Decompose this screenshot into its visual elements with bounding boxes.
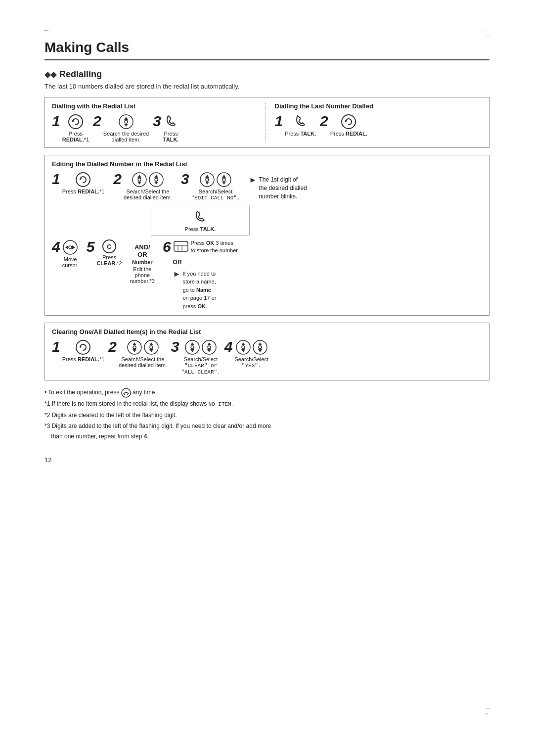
edit-step-1: 1 Press REDIAL.*1 xyxy=(52,172,104,194)
clear-step-4-label: Search/Select"YES". xyxy=(234,356,268,369)
store-name-text: If you need tostore a name,go to Nameon … xyxy=(182,270,216,311)
svg-marker-54 xyxy=(241,349,245,352)
svg-marker-50 xyxy=(207,349,211,352)
blink-note: ► The 1st digit ofthe desired diallednum… xyxy=(249,176,307,200)
notes-list: To exit the operation, press any time. *… xyxy=(44,387,490,441)
nav-icon-edit-2a xyxy=(132,172,147,188)
edit-step-content-3: Search/Select"EDIT CALL NO". xyxy=(191,172,240,201)
svg-marker-27 xyxy=(65,245,68,249)
arrow-icon: ► xyxy=(249,176,257,185)
edit-step-num-5: 5 xyxy=(87,239,95,254)
nav-icon-clear-2b xyxy=(143,339,159,355)
svg-rect-30 xyxy=(174,241,188,251)
note-3: *3 Digits are added to the left of the f… xyxy=(44,421,490,441)
svg-marker-58 xyxy=(258,349,262,352)
svg-marker-37 xyxy=(133,342,136,345)
ok-button-icon xyxy=(173,239,189,253)
clear-step-1: 1 Press REDIAL.*1 xyxy=(52,339,104,362)
press-talk-row: Press TALK. xyxy=(151,206,482,236)
svg-point-43 xyxy=(150,346,153,349)
clear-step-num-3: 3 xyxy=(171,339,179,354)
dialling-last-col: Dialling the Last Number Dialled 1 Press… xyxy=(266,102,483,142)
svg-point-17 xyxy=(155,178,158,181)
svg-marker-19 xyxy=(205,175,209,178)
redial-icon-1 xyxy=(68,114,84,130)
svg-marker-28 xyxy=(72,245,75,249)
edit-step-4-label: Movecursor. xyxy=(62,256,79,268)
talk-icon-edit-press xyxy=(193,209,207,225)
svg-marker-53 xyxy=(241,342,245,345)
step-content-2: Search the desireddialled item. xyxy=(103,114,149,142)
step-2-redial: 2 Search the desireddialled item. xyxy=(93,114,149,142)
redial-icon-last-2 xyxy=(341,114,356,130)
nav-icon-clear-3b xyxy=(201,339,217,355)
clear-step-2: 2 xyxy=(108,339,167,368)
edit-step-content-5: C PressCLEAR.*2 xyxy=(96,239,122,266)
clear-step-2-label: Search/Select thedesired dialled item. xyxy=(119,356,167,368)
note-1: *1 If there is no item stored in the red… xyxy=(44,399,490,409)
section-redialling-title: ◆◆ Redialling xyxy=(44,69,490,80)
dialling-redial-col: Dialling with the Redial List 1 xyxy=(52,102,266,142)
last-step-num-2: 2 xyxy=(320,114,328,129)
edit-the-label: Edit thephonenumber.*3 xyxy=(130,266,155,284)
step-2-label: Search the desireddialled item. xyxy=(103,131,149,142)
editing-box: Editing the Dialled Number in the Redial… xyxy=(44,155,490,316)
editing-heading: Editing the Dialled Number in the Redial… xyxy=(52,160,482,168)
svg-marker-15 xyxy=(154,175,158,178)
svg-point-47 xyxy=(191,346,194,349)
last-step-num-1: 1 xyxy=(275,114,283,129)
svg-marker-3 xyxy=(124,117,128,120)
svg-point-62 xyxy=(127,394,128,395)
page-title: Making Calls xyxy=(44,40,490,60)
nav-icon-edit-3b xyxy=(216,172,232,188)
store-name-row: ► If you need tostore a name,go to Nameo… xyxy=(173,270,239,311)
number-label: Number xyxy=(132,259,153,265)
svg-point-51 xyxy=(208,346,211,349)
svg-point-13 xyxy=(138,178,141,181)
svg-point-61 xyxy=(124,394,125,395)
step-1-label: PressREDIAL.*1 xyxy=(62,131,89,142)
svg-marker-38 xyxy=(133,349,136,352)
svg-point-34 xyxy=(76,340,90,354)
edit-step-num-4: 4 xyxy=(52,239,60,254)
nav-icon-2 xyxy=(118,114,134,130)
step-num-3: 3 xyxy=(153,114,161,129)
redial-icon-edit-1 xyxy=(75,172,91,188)
clear-step-num-2: 2 xyxy=(108,339,117,354)
clear-step-content-4: Search/Select"YES". xyxy=(234,339,268,369)
svg-point-25 xyxy=(222,178,225,181)
clearing-box: Clearing One/All Dialled Item(s) in the … xyxy=(44,323,490,380)
clear-step-content-3: Search/Select"CLEAR" or"ALL CLEAR". xyxy=(181,339,221,375)
step-num-1: 1 xyxy=(52,114,60,129)
edit-step-num-2: 2 xyxy=(113,172,122,187)
edit-step-num-1: 1 xyxy=(52,172,60,187)
corner-mark-tr: ⌐— xyxy=(486,27,490,38)
ok-store-row: Press OK 3 timesto store the number. xyxy=(173,239,239,255)
step-content-3: PressTALK. xyxy=(163,114,179,142)
nav-icon-edit-4 xyxy=(62,239,78,255)
edit-step-content-4: Movecursor. xyxy=(62,239,79,268)
dialling-last-heading: Dialling the Last Number Dialled xyxy=(275,102,483,110)
svg-marker-20 xyxy=(205,182,209,185)
diamonds-icon: ◆◆ xyxy=(44,70,56,79)
svg-marker-57 xyxy=(258,342,262,345)
clear-step-num-4: 4 xyxy=(224,339,233,354)
svg-marker-46 xyxy=(190,349,194,352)
edit-step-4: 4 Movecursor. xyxy=(52,239,79,268)
arrow-icon-2: ► xyxy=(173,270,181,279)
step-content-1: PressREDIAL.*1 xyxy=(62,114,89,142)
edit-step-3-label: Search/Select"EDIT CALL NO". xyxy=(191,189,240,201)
svg-marker-4 xyxy=(124,124,128,127)
svg-marker-41 xyxy=(149,342,153,345)
svg-marker-23 xyxy=(222,175,226,178)
edit-step-content-1: Press REDIAL.*1 xyxy=(62,172,105,194)
svg-marker-45 xyxy=(190,342,194,345)
clearing-heading: Clearing One/All Dialled Item(s) in the … xyxy=(52,328,482,335)
blink-note-text: The 1st digit ofthe desired diallednumbe… xyxy=(259,176,307,200)
edit-step-5: 5 C PressCLEAR.*2 xyxy=(87,239,122,266)
svg-point-29 xyxy=(69,246,72,249)
corner-mark-tl: — · xyxy=(44,27,51,33)
edit-step-2: 2 xyxy=(113,172,172,200)
edit-step-5-label: PressCLEAR.*2 xyxy=(96,254,122,266)
nav-icon-clear-2a xyxy=(127,339,142,355)
